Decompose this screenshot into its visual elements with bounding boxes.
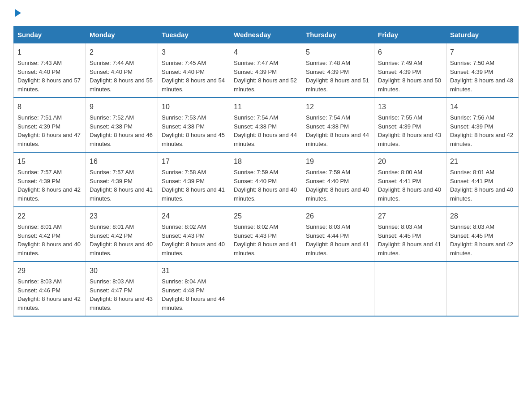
day-number: 31 xyxy=(162,265,226,276)
calendar-week-1: 1 Sunrise: 7:43 AMSunset: 4:40 PMDayligh… xyxy=(14,43,519,98)
calendar-cell: 11 Sunrise: 7:54 AMSunset: 4:38 PMDaylig… xyxy=(230,98,302,152)
calendar-cell: 25 Sunrise: 8:02 AMSunset: 4:43 PMDaylig… xyxy=(230,207,302,261)
column-header-tuesday: Tuesday xyxy=(158,26,230,43)
day-number: 1 xyxy=(17,47,82,58)
calendar-body: 1 Sunrise: 7:43 AMSunset: 4:40 PMDayligh… xyxy=(14,43,519,317)
calendar-cell: 13 Sunrise: 7:55 AMSunset: 4:39 PMDaylig… xyxy=(374,98,446,152)
day-number: 23 xyxy=(90,211,154,222)
day-info: Sunrise: 7:51 AMSunset: 4:39 PMDaylight:… xyxy=(17,114,81,147)
day-number: 15 xyxy=(17,156,82,167)
day-info: Sunrise: 8:01 AMSunset: 4:41 PMDaylight:… xyxy=(450,169,513,202)
calendar-week-4: 22 Sunrise: 8:01 AMSunset: 4:42 PMDaylig… xyxy=(14,207,519,261)
day-number: 5 xyxy=(306,47,370,58)
calendar-cell: 27 Sunrise: 8:03 AMSunset: 4:45 PMDaylig… xyxy=(374,207,446,261)
day-info: Sunrise: 7:53 AMSunset: 4:38 PMDaylight:… xyxy=(162,114,225,147)
day-info: Sunrise: 7:48 AMSunset: 4:39 PMDaylight:… xyxy=(306,60,369,93)
calendar-cell: 20 Sunrise: 8:00 AMSunset: 4:41 PMDaylig… xyxy=(374,152,446,207)
day-number: 4 xyxy=(234,47,298,58)
calendar-cell: 2 Sunrise: 7:44 AMSunset: 4:40 PMDayligh… xyxy=(86,43,158,98)
calendar-cell: 8 Sunrise: 7:51 AMSunset: 4:39 PMDayligh… xyxy=(14,98,86,152)
day-number: 12 xyxy=(306,102,370,112)
day-number: 10 xyxy=(162,102,226,112)
day-info: Sunrise: 8:03 AMSunset: 4:45 PMDaylight:… xyxy=(378,223,441,257)
calendar-cell: 24 Sunrise: 8:02 AMSunset: 4:43 PMDaylig… xyxy=(158,207,230,261)
calendar-cell: 28 Sunrise: 8:03 AMSunset: 4:45 PMDaylig… xyxy=(446,207,519,261)
calendar-cell: 30 Sunrise: 8:03 AMSunset: 4:47 PMDaylig… xyxy=(86,261,158,316)
day-number: 2 xyxy=(90,47,154,58)
day-info: Sunrise: 8:01 AMSunset: 4:42 PMDaylight:… xyxy=(90,223,153,257)
day-info: Sunrise: 7:47 AMSunset: 4:39 PMDaylight:… xyxy=(234,60,297,93)
day-info: Sunrise: 8:00 AMSunset: 4:41 PMDaylight:… xyxy=(378,169,441,202)
day-number: 25 xyxy=(234,211,298,222)
day-info: Sunrise: 7:50 AMSunset: 4:39 PMDaylight:… xyxy=(450,60,513,93)
calendar-cell: 31 Sunrise: 8:04 AMSunset: 4:48 PMDaylig… xyxy=(158,261,230,316)
day-info: Sunrise: 8:02 AMSunset: 4:43 PMDaylight:… xyxy=(234,223,297,257)
day-number: 8 xyxy=(17,102,82,112)
day-number: 24 xyxy=(162,211,226,222)
day-number: 21 xyxy=(450,156,515,167)
calendar-cell: 19 Sunrise: 7:59 AMSunset: 4:40 PMDaylig… xyxy=(302,152,374,207)
calendar-week-2: 8 Sunrise: 7:51 AMSunset: 4:39 PMDayligh… xyxy=(14,98,519,152)
page-header xyxy=(13,9,519,17)
calendar-week-3: 15 Sunrise: 7:57 AMSunset: 4:39 PMDaylig… xyxy=(14,152,519,207)
day-info: Sunrise: 7:45 AMSunset: 4:40 PMDaylight:… xyxy=(162,60,225,93)
calendar-cell xyxy=(374,261,446,316)
day-number: 27 xyxy=(378,211,442,222)
day-info: Sunrise: 8:03 AMSunset: 4:47 PMDaylight:… xyxy=(90,278,153,311)
calendar-week-5: 29 Sunrise: 8:03 AMSunset: 4:46 PMDaylig… xyxy=(14,261,519,316)
day-number: 11 xyxy=(234,102,298,112)
column-header-wednesday: Wednesday xyxy=(230,26,302,43)
day-number: 28 xyxy=(450,211,515,222)
calendar-cell: 12 Sunrise: 7:54 AMSunset: 4:38 PMDaylig… xyxy=(302,98,374,152)
calendar-cell: 9 Sunrise: 7:52 AMSunset: 4:38 PMDayligh… xyxy=(86,98,158,152)
day-info: Sunrise: 8:04 AMSunset: 4:48 PMDaylight:… xyxy=(162,278,225,311)
calendar-cell: 26 Sunrise: 8:03 AMSunset: 4:44 PMDaylig… xyxy=(302,207,374,261)
day-info: Sunrise: 7:59 AMSunset: 4:40 PMDaylight:… xyxy=(306,169,369,202)
calendar-cell: 15 Sunrise: 7:57 AMSunset: 4:39 PMDaylig… xyxy=(14,152,86,207)
day-number: 13 xyxy=(378,102,442,112)
day-info: Sunrise: 7:54 AMSunset: 4:38 PMDaylight:… xyxy=(234,114,297,147)
day-number: 18 xyxy=(234,156,298,167)
calendar-cell xyxy=(446,261,519,316)
day-number: 17 xyxy=(162,156,226,167)
day-number: 3 xyxy=(162,47,226,58)
day-info: Sunrise: 8:02 AMSunset: 4:43 PMDaylight:… xyxy=(162,223,225,257)
column-header-thursday: Thursday xyxy=(302,26,374,43)
calendar-cell xyxy=(230,261,302,316)
day-number: 22 xyxy=(17,211,82,222)
day-info: Sunrise: 8:03 AMSunset: 4:46 PMDaylight:… xyxy=(17,278,81,311)
day-number: 26 xyxy=(306,211,370,222)
calendar-cell: 17 Sunrise: 7:58 AMSunset: 4:39 PMDaylig… xyxy=(158,152,230,207)
day-number: 29 xyxy=(17,265,82,276)
day-info: Sunrise: 7:54 AMSunset: 4:38 PMDaylight:… xyxy=(306,114,369,147)
logo-arrow-icon xyxy=(15,9,21,17)
day-info: Sunrise: 7:57 AMSunset: 4:39 PMDaylight:… xyxy=(90,169,153,202)
day-info: Sunrise: 8:03 AMSunset: 4:45 PMDaylight:… xyxy=(450,223,513,257)
day-info: Sunrise: 7:52 AMSunset: 4:38 PMDaylight:… xyxy=(90,114,153,147)
calendar-cell: 18 Sunrise: 7:59 AMSunset: 4:40 PMDaylig… xyxy=(230,152,302,207)
calendar-cell: 5 Sunrise: 7:48 AMSunset: 4:39 PMDayligh… xyxy=(302,43,374,98)
calendar-cell: 3 Sunrise: 7:45 AMSunset: 4:40 PMDayligh… xyxy=(158,43,230,98)
column-header-sunday: Sunday xyxy=(14,26,86,43)
day-info: Sunrise: 8:01 AMSunset: 4:42 PMDaylight:… xyxy=(17,223,81,257)
day-info: Sunrise: 7:58 AMSunset: 4:39 PMDaylight:… xyxy=(162,169,225,202)
day-info: Sunrise: 7:49 AMSunset: 4:39 PMDaylight:… xyxy=(378,60,441,93)
column-header-monday: Monday xyxy=(86,26,158,43)
day-info: Sunrise: 7:59 AMSunset: 4:40 PMDaylight:… xyxy=(234,169,297,202)
day-number: 7 xyxy=(450,47,515,58)
day-number: 9 xyxy=(90,102,154,112)
calendar-cell: 1 Sunrise: 7:43 AMSunset: 4:40 PMDayligh… xyxy=(14,43,86,98)
day-number: 20 xyxy=(378,156,442,167)
column-header-saturday: Saturday xyxy=(446,26,519,43)
calendar-cell: 14 Sunrise: 7:56 AMSunset: 4:39 PMDaylig… xyxy=(446,98,519,152)
day-info: Sunrise: 7:55 AMSunset: 4:39 PMDaylight:… xyxy=(378,114,441,147)
day-info: Sunrise: 8:03 AMSunset: 4:44 PMDaylight:… xyxy=(306,223,369,257)
day-info: Sunrise: 7:57 AMSunset: 4:39 PMDaylight:… xyxy=(17,169,81,202)
calendar-cell: 21 Sunrise: 8:01 AMSunset: 4:41 PMDaylig… xyxy=(446,152,519,207)
calendar-cell: 29 Sunrise: 8:03 AMSunset: 4:46 PMDaylig… xyxy=(14,261,86,316)
day-number: 19 xyxy=(306,156,370,167)
calendar-cell: 10 Sunrise: 7:53 AMSunset: 4:38 PMDaylig… xyxy=(158,98,230,152)
calendar-cell: 6 Sunrise: 7:49 AMSunset: 4:39 PMDayligh… xyxy=(374,43,446,98)
calendar-cell xyxy=(302,261,374,316)
calendar-cell: 16 Sunrise: 7:57 AMSunset: 4:39 PMDaylig… xyxy=(86,152,158,207)
